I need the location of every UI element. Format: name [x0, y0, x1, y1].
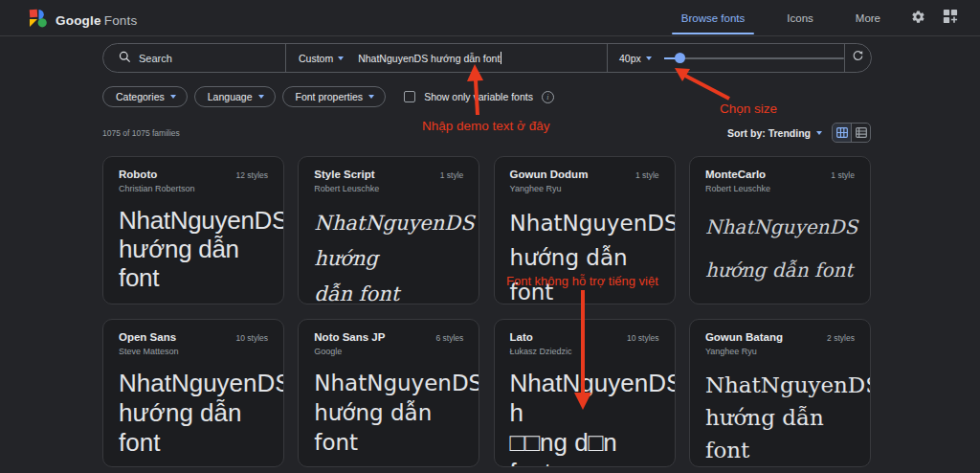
- list-view-icon: [856, 124, 867, 142]
- variable-fonts-label: Show only variable fonts: [424, 91, 533, 102]
- settings-button[interactable]: [902, 0, 934, 36]
- font-card-grid: Roboto Christian Robertson 12 styles Nha…: [102, 156, 871, 467]
- info-icon[interactable]: i: [542, 91, 554, 103]
- google-fonts-page: GoogleFonts Browse fonts Icons More: [0, 0, 980, 473]
- font-designer: Yanghee Ryu: [510, 184, 589, 193]
- font-sample-text: NhatNguyenDShướng dẫn font: [510, 206, 659, 304]
- font-sample-text: NhatNguyenDShướng dẫn font: [119, 369, 268, 458]
- slider-track: [664, 57, 844, 59]
- apps-grid-icon: [943, 9, 958, 28]
- font-sample-text: NhatNguyenDShướng dẫn font: [119, 206, 268, 292]
- font-designer: Christian Robertson: [119, 184, 195, 193]
- font-sample-text: NhatNguyenDShướng dẫn font: [705, 369, 855, 466]
- font-card-noto-sans-jp[interactable]: Noto Sans JP Google 6 styles NhatNguyenD…: [298, 319, 479, 467]
- font-style-count: 10 styles: [235, 331, 268, 343]
- font-card-gowun-batang[interactable]: Gowun Batang Yanghee Ryu 2 styles NhatNg…: [689, 319, 871, 467]
- sort-bar: Sort by: Trending: [727, 123, 871, 143]
- font-card-montecarlo[interactable]: MonteCarlo Robert Leuschke 1 style NhatN…: [689, 156, 871, 304]
- preview-text-input[interactable]: NhatNguyenDS hướng dẫn font: [358, 52, 501, 64]
- annotation-demo-text: Nhập demo text ở đây: [422, 119, 549, 133]
- font-name: MonteCarlo: [705, 169, 770, 180]
- grid-view-button[interactable]: [833, 124, 851, 142]
- chevron-down-icon: [816, 131, 822, 135]
- font-name: Style Script: [314, 169, 379, 180]
- chevron-down-icon: [170, 95, 176, 99]
- font-style-count: 1 style: [440, 169, 464, 180]
- font-name: Gowun Dodum: [510, 169, 589, 180]
- font-sample-text: NhatNguyenDShướng dẫn font: [314, 369, 463, 458]
- sort-by-dropdown[interactable]: Sort by: Trending: [727, 127, 822, 139]
- logo-title: GoogleFonts: [56, 13, 137, 28]
- language-filter[interactable]: Language: [194, 86, 276, 107]
- font-card-lato[interactable]: Lato Łukasz Dziedzic 10 styles NhatNguye…: [494, 319, 676, 467]
- families-count: 1075 of 1075 families: [102, 128, 180, 138]
- variable-fonts-toggle-group: Show only variable fonts i: [404, 91, 554, 103]
- preview-text-section: Custom NhatNguyenDS hướng dẫn font: [286, 44, 607, 72]
- categories-filter[interactable]: Categories: [102, 86, 188, 107]
- font-designer: Google: [314, 347, 385, 356]
- google-fonts-logo-icon: [29, 9, 48, 32]
- font-designer: Robert Leuschke: [314, 184, 379, 193]
- font-sample-text-missing-glyphs: NhatNguyenDS h□□ng d□n font: [510, 369, 659, 467]
- text-cursor: [501, 52, 501, 64]
- font-name: Noto Sans JP: [314, 331, 385, 343]
- font-card-style-script[interactable]: Style Script Robert Leuschke 1 style Nha…: [298, 156, 479, 304]
- font-designer: Steve Matteson: [119, 347, 179, 356]
- font-style-count: 10 styles: [627, 331, 659, 343]
- annotation-choose-size: Chọn size: [720, 101, 777, 116]
- chevron-down-icon: [338, 56, 344, 60]
- font-card-open-sans[interactable]: Open Sans Steve Matteson 10 styles NhatN…: [102, 319, 284, 467]
- search-input[interactable]: Search: [103, 44, 285, 72]
- slider-thumb[interactable]: [675, 53, 685, 63]
- font-style-count: 6 styles: [435, 331, 463, 343]
- font-designer: Łukasz Dziedzic: [510, 347, 572, 356]
- font-style-count: 1 style: [635, 169, 659, 180]
- google-fonts-logo[interactable]: GoogleFonts: [29, 9, 137, 32]
- filters-row: Categories Language Font properties Show…: [102, 86, 554, 107]
- font-style-count: 1 style: [831, 169, 855, 180]
- font-designer: Robert Leuschke: [705, 184, 770, 193]
- chevron-down-icon: [258, 95, 264, 99]
- font-size-dropdown[interactable]: 40px: [619, 53, 652, 64]
- search-icon: [119, 50, 131, 67]
- font-sample-text: NhatNguyenDS hướngdẫn font: [314, 206, 463, 304]
- font-name: Gowun Batang: [705, 331, 783, 343]
- font-name: Roboto: [119, 169, 195, 180]
- font-sample-text: NhatNguyenDShướng dẫn font: [705, 206, 855, 292]
- top-bar: GoogleFonts Browse fonts Icons More: [0, 0, 980, 36]
- list-view-button[interactable]: [852, 124, 870, 142]
- apps-menu-button[interactable]: [934, 0, 967, 36]
- gear-icon: [911, 10, 925, 28]
- font-designer: Yanghee Ryu: [705, 347, 783, 356]
- chevron-down-icon: [646, 56, 652, 60]
- font-properties-filter[interactable]: Font properties: [282, 86, 387, 107]
- font-name: Lato: [510, 331, 572, 343]
- font-card-roboto[interactable]: Roboto Christian Robertson 12 styles Nha…: [102, 156, 284, 304]
- top-nav: Browse fonts Icons More: [660, 0, 980, 36]
- font-card-gowun-dodum[interactable]: Gowun Dodum Yanghee Ryu 1 style NhatNguy…: [494, 156, 676, 304]
- preview-toolbar: Search Custom NhatNguyenDS hướng dẫn fon…: [102, 43, 872, 73]
- tab-browse-fonts[interactable]: Browse fonts: [660, 0, 766, 36]
- tab-more[interactable]: More: [835, 0, 902, 36]
- refresh-icon: [851, 49, 865, 67]
- font-size-section: 40px: [608, 44, 844, 72]
- font-size-slider[interactable]: [664, 52, 844, 65]
- grid-view-icon: [836, 124, 848, 142]
- variable-fonts-checkbox[interactable]: [404, 91, 415, 102]
- font-name: Open Sans: [119, 331, 179, 343]
- chevron-down-icon: [368, 95, 374, 99]
- view-toggle: [832, 123, 871, 143]
- tab-icons[interactable]: Icons: [766, 0, 835, 36]
- font-style-count: 2 styles: [827, 331, 855, 343]
- search-placeholder: Search: [139, 53, 172, 64]
- reset-preview-button[interactable]: [845, 44, 871, 72]
- font-style-count: 12 styles: [235, 169, 268, 180]
- preview-mode-dropdown[interactable]: Custom: [299, 53, 344, 64]
